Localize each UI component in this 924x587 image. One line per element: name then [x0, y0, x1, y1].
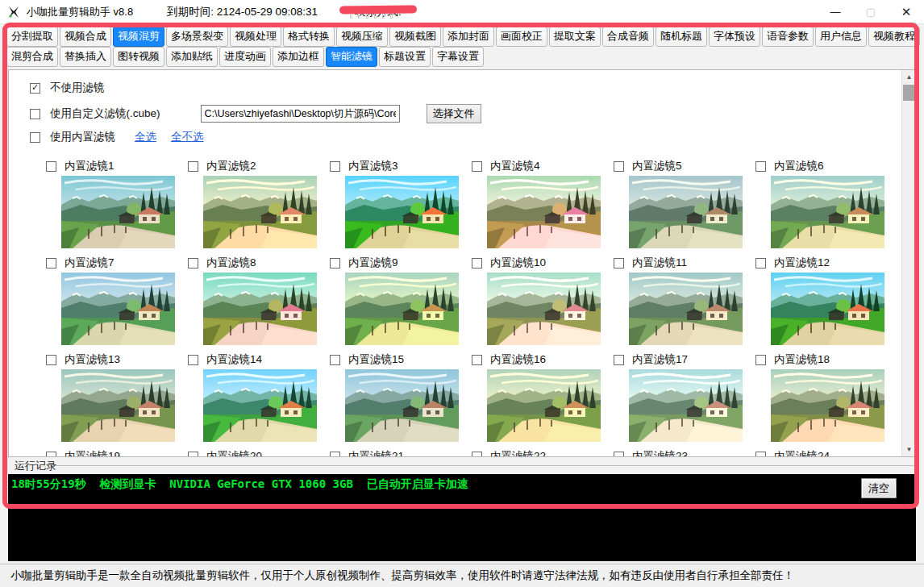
tab-item[interactable]: 视频处理	[230, 27, 281, 47]
filter-label: 内置滤镜3	[348, 159, 398, 173]
tab-item[interactable]: 多场景裂变	[166, 27, 228, 47]
filter-checkbox[interactable]	[614, 161, 624, 172]
close-button[interactable]: ✕	[889, 0, 924, 24]
filter-thumbnail	[771, 369, 884, 442]
filter-checkbox[interactable]	[755, 452, 766, 458]
log-console: 18时55分19秒 检测到显卡 NVIDIA GeForce GTX 1060 …	[8, 474, 916, 561]
tab-item[interactable]: 分割提取	[6, 27, 58, 47]
tab-item[interactable]: 添加贴纸	[166, 47, 218, 67]
log-section-title: 运行记录	[15, 459, 56, 473]
builtin-filter-label: 使用内置滤镜	[50, 130, 115, 144]
filter-checkbox[interactable]	[330, 452, 340, 458]
filter-label: 内置滤镜10	[490, 256, 546, 270]
tab-item[interactable]: 画面校正	[496, 27, 547, 47]
filter-checkbox[interactable]	[614, 258, 624, 269]
scrollbar-thumb[interactable]	[903, 85, 915, 101]
filter-item: 内置滤镜3	[330, 159, 472, 248]
filter-checkbox[interactable]	[46, 258, 56, 269]
tab-item[interactable]: 提取文案	[549, 27, 601, 47]
filter-checkbox[interactable]	[755, 258, 766, 269]
filter-item: 内置滤镜4	[472, 159, 614, 248]
filter-item: 内置滤镜21	[330, 449, 472, 457]
tab-item[interactable]: 替换插入	[60, 47, 111, 67]
filter-checkbox[interactable]	[46, 452, 56, 458]
filter-checkbox[interactable]	[472, 258, 482, 269]
filter-checkbox[interactable]	[330, 355, 340, 365]
filter-item: 内置滤镜16	[472, 352, 614, 441]
select-all-link[interactable]: 全选	[135, 130, 156, 144]
filter-checkbox[interactable]	[46, 161, 56, 172]
tab-row-1: 分割提取视频合成视频混剪多场景裂变视频处理格式转换视频压缩视频截图添加封面画面校…	[6, 27, 922, 47]
clear-log-button[interactable]: 清空	[861, 478, 897, 498]
filter-checkbox[interactable]	[188, 161, 198, 172]
filter-thumbnail	[61, 369, 175, 442]
tab-item[interactable]: 视频混剪	[113, 27, 164, 47]
app-icon	[7, 6, 20, 19]
tab-item[interactable]: 视频合成	[60, 27, 111, 47]
filter-label: 内置滤镜12	[774, 256, 830, 270]
builtin-filter-option: 使用内置滤镜 全选 全不选	[30, 130, 204, 144]
no-filter-checkbox[interactable]	[30, 83, 40, 94]
filter-label: 内置滤镜14	[206, 352, 262, 367]
filter-item: 内置滤镜6	[755, 159, 897, 248]
filter-label: 内置滤镜1	[65, 159, 114, 173]
filter-checkbox[interactable]	[330, 161, 340, 172]
tab-item[interactable]: 格式转换	[283, 27, 335, 47]
filter-checkbox[interactable]	[614, 452, 624, 458]
tab-item[interactable]: 字体预设	[709, 27, 760, 47]
select-none-link[interactable]: 全不选	[171, 130, 204, 144]
filter-item: 内置滤镜5	[614, 159, 755, 248]
filter-thumbnail	[61, 273, 175, 345]
tab-item[interactable]: 添加边框	[273, 47, 324, 67]
tab-item[interactable]: 图转视频	[113, 47, 164, 67]
tab-item[interactable]: 视频截图	[389, 27, 441, 47]
tab-item[interactable]: 视频教程	[868, 27, 920, 47]
log-groupbox-line	[55, 465, 914, 466]
vertical-scrollbar[interactable]: ▲ ▼	[901, 70, 915, 456]
filter-checkbox[interactable]	[614, 355, 624, 365]
filter-checkbox[interactable]	[188, 452, 198, 458]
tab-item[interactable]: 智能滤镜	[326, 47, 377, 67]
filter-checkbox[interactable]	[472, 355, 482, 365]
tab-item[interactable]: 合成音频	[602, 27, 654, 47]
filter-label: 内置滤镜20	[206, 449, 262, 457]
filter-label: 内置滤镜17	[632, 352, 688, 367]
filter-checkbox[interactable]	[755, 355, 766, 365]
filter-checkbox[interactable]	[330, 258, 340, 269]
filter-checkbox[interactable]	[472, 452, 482, 458]
contact-redaction-scribble	[339, 5, 417, 14]
filter-label: 内置滤镜11	[632, 256, 687, 270]
tab-item[interactable]: 混剪合成	[6, 47, 58, 67]
filter-item: 内置滤镜9	[330, 256, 472, 344]
custom-filter-label: 使用自定义滤镜(.cube)	[50, 106, 160, 121]
window-title: 小咖批量剪辑助手 v8.8	[27, 5, 133, 19]
custom-filter-checkbox[interactable]	[30, 109, 40, 119]
cube-path-input[interactable]	[201, 105, 400, 123]
tab-item[interactable]: 随机标题	[656, 27, 707, 47]
scroll-down-icon[interactable]: ▼	[902, 443, 916, 456]
tab-item[interactable]: 进度动画	[219, 47, 271, 67]
no-filter-label: 不使用滤镜	[50, 81, 105, 95]
tab-item[interactable]: 视频压缩	[336, 27, 388, 47]
tab-item[interactable]: 字幕设置	[432, 47, 484, 67]
scroll-up-icon[interactable]: ▲	[902, 70, 916, 84]
filter-label: 内置滤镜18	[774, 352, 830, 367]
filter-label: 内置滤镜6	[774, 159, 824, 173]
filter-checkbox[interactable]	[472, 161, 482, 172]
filter-checkbox[interactable]	[188, 258, 198, 269]
filter-checkbox[interactable]	[46, 355, 56, 365]
builtin-filter-checkbox[interactable]	[30, 132, 40, 143]
choose-file-button[interactable]: 选择文件	[427, 104, 481, 123]
filter-thumbnail	[629, 176, 743, 248]
tab-item[interactable]: 语音参数	[762, 27, 814, 47]
filter-label: 内置滤镜4	[490, 159, 540, 173]
filter-thumbnail	[203, 273, 317, 345]
tab-item[interactable]: 添加封面	[443, 27, 494, 47]
filter-checkbox[interactable]	[188, 355, 198, 365]
minimize-button[interactable]: —	[818, 0, 853, 24]
filter-thumbnail	[487, 273, 601, 345]
filter-checkbox[interactable]	[755, 161, 766, 172]
status-bar: 小咖批量剪辑助手是一款全自动视频批量剪辑软件，仅用于个人原创视频制作、提高剪辑效…	[0, 564, 924, 587]
tab-item[interactable]: 用户信息	[815, 27, 867, 47]
tab-item[interactable]: 标题设置	[379, 47, 431, 67]
